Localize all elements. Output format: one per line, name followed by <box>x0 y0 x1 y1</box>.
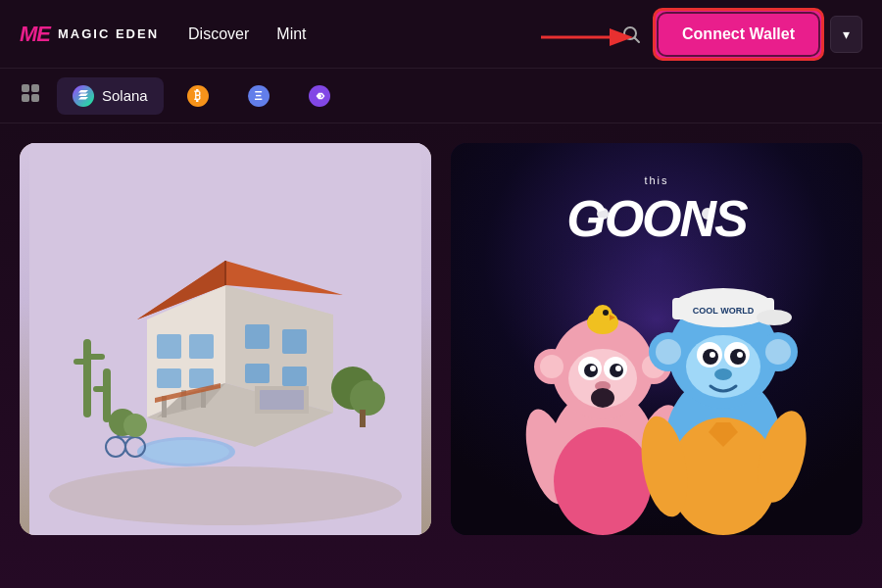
bitcoin-icon: ₿ <box>187 85 209 107</box>
svg-point-52 <box>702 208 713 220</box>
svg-rect-28 <box>245 364 270 383</box>
svg-point-10 <box>49 466 402 525</box>
svg-point-65 <box>540 355 564 378</box>
svg-point-70 <box>554 427 652 535</box>
svg-rect-23 <box>189 334 214 359</box>
grid-icon <box>20 82 41 104</box>
polygon-icon <box>309 85 330 107</box>
svg-point-90 <box>656 339 681 365</box>
svg-point-60 <box>590 366 596 371</box>
house-illustration <box>29 143 421 535</box>
chain-tab-bitcoin[interactable]: ₿ <box>172 77 224 115</box>
svg-rect-5 <box>31 84 39 92</box>
svg-rect-44 <box>360 410 366 427</box>
svg-rect-29 <box>282 367 307 386</box>
svg-rect-4 <box>22 84 29 92</box>
main-content: this GOONS <box>0 123 882 588</box>
solana-icon <box>73 85 94 107</box>
solana-label: Solana <box>102 87 148 104</box>
nav-right: Connect Wallet ▾ <box>615 14 862 55</box>
logo-text: MAGIC EDEN <box>58 26 159 41</box>
connect-wallet-wrapper: Connect Wallet <box>659 14 818 55</box>
svg-text:GOONS: GOONS <box>566 190 749 247</box>
svg-point-38 <box>143 440 229 464</box>
svg-point-43 <box>350 380 385 416</box>
svg-rect-24 <box>157 368 181 388</box>
svg-rect-12 <box>74 359 91 365</box>
svg-point-51 <box>597 208 609 220</box>
chain-tab-solana[interactable]: Solana <box>57 77 164 115</box>
logo[interactable]: ME MAGIC EDEN <box>20 22 159 47</box>
navbar: ME MAGIC EDEN Discover Mint Connect Wall… <box>0 0 882 69</box>
svg-text:COOL WORLD: COOL WORLD <box>693 306 755 316</box>
house-scene <box>20 143 431 535</box>
svg-point-92 <box>765 339 791 365</box>
svg-point-87 <box>737 352 743 358</box>
svg-point-81 <box>686 335 760 398</box>
svg-point-46 <box>123 414 147 437</box>
svg-rect-15 <box>93 386 111 392</box>
chain-bar: Solana ₿ Ξ <box>0 69 882 123</box>
nav-mint[interactable]: Mint <box>276 25 306 43</box>
svg-rect-36 <box>260 390 304 410</box>
svg-point-63 <box>591 388 614 408</box>
svg-rect-26 <box>245 324 270 349</box>
svg-rect-11 <box>83 339 91 417</box>
svg-point-79 <box>757 310 792 325</box>
svg-rect-14 <box>103 368 111 422</box>
card-house[interactable] <box>20 143 431 535</box>
svg-rect-33 <box>201 390 206 408</box>
dropdown-button[interactable]: ▾ <box>830 16 862 53</box>
svg-rect-7 <box>31 94 39 102</box>
svg-point-8 <box>318 94 321 98</box>
svg-rect-27 <box>282 329 307 354</box>
goons-illustration: this GOONS <box>451 143 862 535</box>
goons-scene: this GOONS <box>451 143 862 535</box>
logo-icon: ME <box>20 22 50 47</box>
svg-point-88 <box>714 368 732 380</box>
svg-point-61 <box>615 366 621 371</box>
chain-tab-ethereum[interactable]: Ξ <box>232 77 285 115</box>
svg-line-1 <box>635 37 640 42</box>
svg-point-74 <box>603 310 609 316</box>
svg-rect-22 <box>157 334 181 359</box>
nav-discover[interactable]: Discover <box>188 25 249 43</box>
connect-wallet-button[interactable]: Connect Wallet <box>659 14 818 55</box>
nav-links: Discover Mint <box>188 25 586 43</box>
svg-rect-6 <box>22 94 29 102</box>
search-button[interactable] <box>615 19 647 50</box>
search-icon <box>621 24 641 44</box>
ethereum-icon: Ξ <box>248 85 270 107</box>
card-goons[interactable]: this GOONS <box>451 143 862 535</box>
all-chains-icon[interactable] <box>20 82 41 109</box>
svg-rect-13 <box>87 354 105 360</box>
svg-point-86 <box>710 352 715 358</box>
chain-tab-polygon[interactable] <box>293 77 346 115</box>
svg-rect-25 <box>189 368 214 388</box>
svg-text:this: this <box>644 174 668 186</box>
